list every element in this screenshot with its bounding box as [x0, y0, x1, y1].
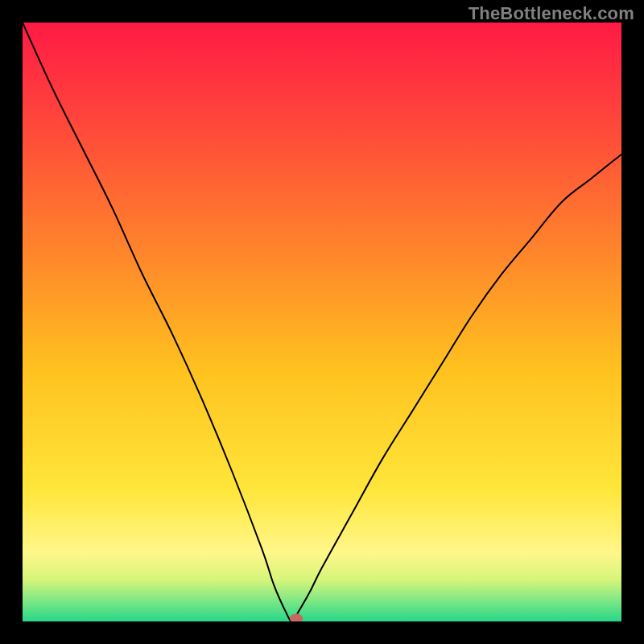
plot-svg [23, 23, 621, 621]
plot-area [23, 23, 621, 621]
attribution-text: TheBottleneck.com [469, 3, 634, 24]
gradient-background [23, 23, 621, 621]
chart-frame: TheBottleneck.com [0, 0, 644, 644]
